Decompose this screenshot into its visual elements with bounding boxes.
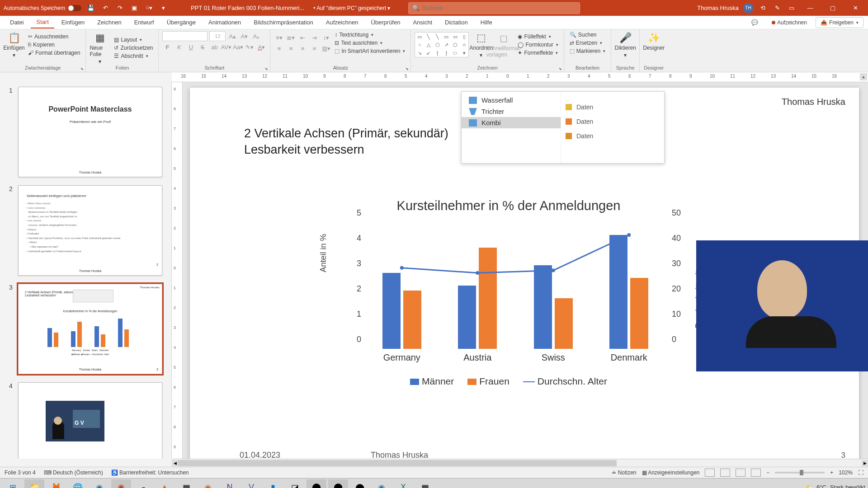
redo-icon[interactable]: ↷: [115, 3, 125, 13]
slide-heading[interactable]: 2 Vertikale Achsen (Primär, sekundär) Le…: [244, 125, 448, 158]
grow-font-icon[interactable]: A▴: [227, 31, 237, 41]
align-left-icon[interactable]: ≡: [274, 43, 284, 53]
draw-mode-icon[interactable]: ✎: [772, 3, 782, 13]
new-slide-button[interactable]: ▦Neue Folie▾: [90, 31, 110, 65]
tab-ueberpruefen[interactable]: Überprüfen: [365, 17, 406, 28]
tb-chrome-icon[interactable]: 🌐: [68, 479, 88, 488]
tb-excel-icon[interactable]: X: [393, 479, 413, 488]
layout-button[interactable]: ▤ Layout: [112, 36, 155, 43]
numbering-icon[interactable]: ≣▾: [286, 33, 296, 42]
save-location[interactable]: • Auf "diesem PC" gespeichert ▾: [313, 5, 390, 11]
reading-view-icon[interactable]: [736, 469, 745, 477]
display-settings-button[interactable]: ▦ Anzeigeeinstellungen: [642, 469, 700, 476]
tb-firefox-icon[interactable]: 🦊: [46, 479, 66, 488]
tb-onenote-icon[interactable]: N: [220, 479, 240, 488]
quick-styles-button[interactable]: ◻Schnellformat-vorlagen: [493, 32, 514, 58]
find-button[interactable]: 🔍 Suchen: [568, 31, 607, 38]
thumbnail-pane[interactable]: 1 PowerPoint Masterclass Präsentieren wi…: [0, 82, 172, 459]
font-size-combo[interactable]: 12: [209, 31, 226, 41]
format-painter-button[interactable]: 🖌 Format übertragen: [26, 49, 82, 56]
zoom-in-button[interactable]: +: [830, 469, 833, 476]
maximize-button[interactable]: ▢: [824, 1, 842, 15]
weather-widget[interactable]: ⛅ 6°C Stark bewölkt: [806, 484, 865, 488]
tab-hilfe[interactable]: Hilfe: [475, 17, 498, 28]
share-button[interactable]: 📤 Freigeben: [816, 17, 863, 28]
scroll-up-button[interactable]: ▲: [860, 73, 867, 80]
toggle-switch[interactable]: [68, 5, 81, 11]
language-indicator[interactable]: ⌨ Deutsch (Österreich): [44, 469, 103, 476]
tb-visio-icon[interactable]: V: [241, 479, 261, 488]
italic-icon[interactable]: K: [174, 42, 184, 52]
shape-fill-button[interactable]: ◉ Fülleffekt: [516, 33, 560, 40]
line-spacing-icon[interactable]: ↕▾: [321, 33, 331, 42]
tab-zeichnen[interactable]: Zeichnen: [92, 17, 127, 28]
sorter-view-icon[interactable]: [720, 469, 730, 477]
inc-indent-icon[interactable]: ⇥: [309, 33, 319, 42]
popup-item-trichter[interactable]: Trichter: [462, 106, 561, 117]
horizontal-scrollbar[interactable]: ◀ ▶: [172, 459, 868, 467]
tb-explorer-icon[interactable]: 📁: [24, 479, 44, 488]
align-right-icon[interactable]: ≡: [297, 43, 307, 53]
autosave-toggle[interactable]: Automatisches Speichern: [4, 5, 81, 11]
dictate-button[interactable]: 🎤Diktieren▾: [615, 31, 636, 58]
case-icon[interactable]: Aa▾: [233, 42, 243, 52]
thumbnail-4[interactable]: 4 G V 4 Thomas Hruska 01.04.2023: [9, 382, 162, 459]
bullets-icon[interactable]: ≡▾: [274, 33, 284, 42]
reset-button[interactable]: ↺ Zurücksetzen: [112, 44, 155, 52]
tab-einfuegen[interactable]: Einfügen: [56, 17, 90, 28]
touch-mode-icon[interactable]: ☟▾: [144, 3, 154, 13]
strike-icon[interactable]: S̶: [198, 42, 208, 52]
underline-icon[interactable]: U: [186, 42, 196, 52]
tb-vlc-icon[interactable]: ▲: [155, 479, 175, 488]
section-button[interactable]: ☰ Abschnitt: [112, 52, 155, 60]
close-button[interactable]: ✕: [846, 1, 864, 15]
shrink-font-icon[interactable]: A▾: [239, 31, 249, 41]
tab-datei[interactable]: Datei: [5, 17, 29, 28]
save-icon[interactable]: 💾: [86, 3, 96, 13]
copy-button[interactable]: ⎘ Kopieren: [26, 41, 82, 48]
tab-entwurf[interactable]: Entwurf: [129, 17, 160, 28]
start-button[interactable]: ⊞: [3, 479, 23, 488]
replace-button[interactable]: ⇄ Ersetzen: [568, 39, 607, 47]
thumbnail-1[interactable]: 1 PowerPoint Masterclass Präsentieren wi…: [9, 87, 162, 177]
cut-button[interactable]: ✂ Ausschneiden: [26, 33, 82, 40]
accessibility-indicator[interactable]: ♿ Barrierefreiheit: Untersuchen: [111, 469, 189, 476]
chart[interactable]: Kursteilnehmer in % der Anmeldungen Ante…: [316, 198, 701, 387]
tab-dictation[interactable]: Dictation: [439, 17, 473, 28]
zoom-out-button[interactable]: −: [766, 469, 769, 476]
zoom-percent[interactable]: 102%: [839, 469, 853, 476]
clear-format-icon[interactable]: Aᵩ: [251, 31, 261, 41]
qat-more-icon[interactable]: ▾: [158, 3, 168, 13]
text-direction-button[interactable]: ↕ Textrichtung: [333, 31, 407, 38]
tab-uebergaenge[interactable]: Übergänge: [161, 17, 201, 28]
comments-button[interactable]: 💬: [746, 17, 763, 28]
scrollbar-thumb[interactable]: [178, 460, 617, 466]
user-avatar[interactable]: TH: [743, 3, 753, 13]
tab-aufzeichnen[interactable]: Aufzeichnen: [321, 17, 364, 28]
minimize-button[interactable]: —: [801, 1, 819, 15]
normal-view-icon[interactable]: [705, 469, 715, 477]
tb-powerpoint-icon[interactable]: ◉: [111, 479, 131, 488]
slideshow-view-icon[interactable]: [751, 469, 761, 477]
tb-obs-icon[interactable]: ⬤: [307, 479, 326, 488]
tab-ansicht[interactable]: Ansicht: [407, 17, 438, 28]
smartart-button[interactable]: ⬚ In SmartArt konvertieren: [333, 47, 407, 55]
record-button[interactable]: Aufzeichnen: [767, 17, 812, 28]
shape-effects-button[interactable]: ✦ Formeffekte: [516, 49, 560, 56]
search-box[interactable]: 🔍: [408, 2, 580, 14]
tb-app6-icon[interactable]: ⬤: [328, 479, 348, 488]
align-text-button[interactable]: ⊟ Text ausrichten: [333, 39, 407, 47]
tb-app2-icon[interactable]: ▦: [176, 479, 196, 488]
dec-indent-icon[interactable]: ⇤: [297, 33, 307, 42]
tab-start[interactable]: Start: [31, 16, 54, 28]
font-family-combo[interactable]: [162, 31, 208, 41]
tb-outlook-icon[interactable]: ◉: [90, 479, 109, 488]
bold-icon[interactable]: F: [162, 42, 172, 52]
tb-app-icon[interactable]: ☁: [133, 479, 153, 488]
zoom-slider[interactable]: [775, 472, 825, 474]
spacing-icon[interactable]: AV▾: [221, 42, 231, 52]
tb-app7-icon[interactable]: ⬤: [350, 479, 370, 488]
slide-editor[interactable]: 9876543210123456789 Thomas Hruska 2 Vert…: [172, 82, 868, 459]
tb-app4-icon[interactable]: ▮: [263, 479, 283, 488]
popup-item-wasserfall[interactable]: Wasserfall: [462, 94, 561, 106]
